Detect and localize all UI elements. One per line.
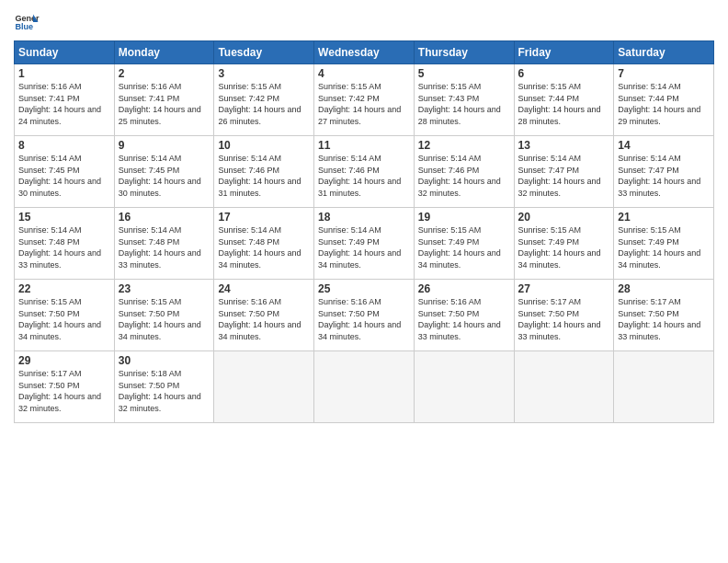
day-info: Sunrise: 5:14 AMSunset: 7:46 PMDaylight:… — [418, 153, 510, 199]
header-cell-sunday: Sunday — [15, 41, 115, 64]
calendar-cell: 18Sunrise: 5:14 AMSunset: 7:49 PMDayligh… — [314, 208, 415, 280]
calendar-cell: 3Sunrise: 5:15 AMSunset: 7:42 PMDaylight… — [214, 64, 314, 136]
day-info: Sunrise: 5:14 AMSunset: 7:48 PMDaylight:… — [119, 224, 210, 270]
calendar-week-2: 8Sunrise: 5:14 AMSunset: 7:45 PMDaylight… — [15, 136, 714, 208]
day-number: 27 — [518, 282, 610, 295]
day-number: 11 — [318, 139, 410, 152]
calendar-cell: 25Sunrise: 5:16 AMSunset: 7:50 PMDayligh… — [314, 280, 415, 351]
day-info: Sunrise: 5:14 AMSunset: 7:46 PMDaylight:… — [318, 153, 410, 199]
day-number: 15 — [18, 211, 110, 224]
day-number: 4 — [318, 67, 410, 80]
day-number: 21 — [618, 211, 710, 224]
calendar-cell: 23Sunrise: 5:15 AMSunset: 7:50 PMDayligh… — [114, 280, 214, 351]
day-info: Sunrise: 5:16 AMSunset: 7:50 PMDaylight:… — [218, 296, 310, 342]
day-number: 20 — [518, 211, 610, 224]
day-number: 6 — [518, 67, 610, 80]
day-number: 18 — [318, 211, 410, 224]
day-number: 9 — [119, 139, 210, 152]
calendar-cell: 10Sunrise: 5:14 AMSunset: 7:46 PMDayligh… — [214, 136, 314, 208]
header-cell-tuesday: Tuesday — [214, 41, 314, 64]
day-info: Sunrise: 5:16 AMSunset: 7:50 PMDaylight:… — [418, 296, 510, 342]
calendar-week-5: 29Sunrise: 5:17 AMSunset: 7:50 PMDayligh… — [15, 351, 714, 423]
day-info: Sunrise: 5:16 AMSunset: 7:41 PMDaylight:… — [18, 81, 110, 127]
day-info: Sunrise: 5:15 AMSunset: 7:50 PMDaylight:… — [18, 296, 110, 342]
calendar-cell — [214, 351, 314, 423]
calendar-table: SundayMondayTuesdayWednesdayThursdayFrid… — [14, 40, 714, 423]
calendar-cell: 5Sunrise: 5:15 AMSunset: 7:43 PMDaylight… — [414, 64, 514, 136]
calendar-cell: 21Sunrise: 5:15 AMSunset: 7:49 PMDayligh… — [614, 208, 714, 280]
day-info: Sunrise: 5:15 AMSunset: 7:49 PMDaylight:… — [518, 224, 610, 270]
calendar-cell: 26Sunrise: 5:16 AMSunset: 7:50 PMDayligh… — [414, 280, 514, 351]
header-cell-wednesday: Wednesday — [314, 41, 415, 64]
header-cell-thursday: Thursday — [414, 41, 514, 64]
day-info: Sunrise: 5:15 AMSunset: 7:43 PMDaylight:… — [418, 81, 510, 127]
header-cell-saturday: Saturday — [614, 41, 714, 64]
day-number: 24 — [218, 282, 310, 295]
calendar-cell: 19Sunrise: 5:15 AMSunset: 7:49 PMDayligh… — [414, 208, 514, 280]
calendar-cell: 15Sunrise: 5:14 AMSunset: 7:48 PMDayligh… — [15, 208, 115, 280]
day-number: 28 — [618, 282, 710, 295]
day-number: 26 — [418, 282, 510, 295]
day-info: Sunrise: 5:17 AMSunset: 7:50 PMDaylight:… — [618, 296, 710, 342]
day-number: 16 — [119, 211, 210, 224]
calendar-cell: 6Sunrise: 5:15 AMSunset: 7:44 PMDaylight… — [514, 64, 614, 136]
day-info: Sunrise: 5:16 AMSunset: 7:41 PMDaylight:… — [119, 81, 210, 127]
day-info: Sunrise: 5:16 AMSunset: 7:50 PMDaylight:… — [318, 296, 410, 342]
day-info: Sunrise: 5:14 AMSunset: 7:45 PMDaylight:… — [18, 153, 110, 199]
day-info: Sunrise: 5:14 AMSunset: 7:46 PMDaylight:… — [218, 153, 310, 199]
calendar-cell: 29Sunrise: 5:17 AMSunset: 7:50 PMDayligh… — [15, 351, 115, 423]
calendar-cell: 16Sunrise: 5:14 AMSunset: 7:48 PMDayligh… — [114, 208, 214, 280]
day-info: Sunrise: 5:14 AMSunset: 7:47 PMDaylight:… — [518, 153, 610, 199]
day-info: Sunrise: 5:15 AMSunset: 7:50 PMDaylight:… — [119, 296, 210, 342]
day-number: 29 — [18, 354, 110, 367]
day-number: 30 — [119, 354, 210, 367]
day-number: 10 — [218, 139, 310, 152]
calendar-cell: 1Sunrise: 5:16 AMSunset: 7:41 PMDaylight… — [15, 64, 115, 136]
header-cell-monday: Monday — [114, 41, 214, 64]
day-number: 7 — [618, 67, 710, 80]
calendar-cell: 9Sunrise: 5:14 AMSunset: 7:45 PMDaylight… — [114, 136, 214, 208]
header: General Blue — [14, 9, 714, 35]
calendar-week-1: 1Sunrise: 5:16 AMSunset: 7:41 PMDaylight… — [15, 64, 714, 136]
logo: General Blue — [14, 9, 40, 35]
day-number: 12 — [418, 139, 510, 152]
calendar-cell: 14Sunrise: 5:14 AMSunset: 7:47 PMDayligh… — [614, 136, 714, 208]
day-info: Sunrise: 5:14 AMSunset: 7:44 PMDaylight:… — [618, 81, 710, 127]
day-number: 13 — [518, 139, 610, 152]
day-info: Sunrise: 5:17 AMSunset: 7:50 PMDaylight:… — [518, 296, 610, 342]
day-info: Sunrise: 5:14 AMSunset: 7:47 PMDaylight:… — [618, 153, 710, 199]
day-info: Sunrise: 5:15 AMSunset: 7:42 PMDaylight:… — [218, 81, 310, 127]
calendar-cell: 30Sunrise: 5:18 AMSunset: 7:50 PMDayligh… — [114, 351, 214, 423]
day-number: 23 — [119, 282, 210, 295]
header-cell-friday: Friday — [514, 41, 614, 64]
day-info: Sunrise: 5:18 AMSunset: 7:50 PMDaylight:… — [119, 368, 210, 414]
day-number: 17 — [218, 211, 310, 224]
calendar-page: General Blue SundayMondayTuesdayWednesda… — [0, 0, 728, 563]
day-number: 8 — [18, 139, 110, 152]
calendar-cell: 22Sunrise: 5:15 AMSunset: 7:50 PMDayligh… — [15, 280, 115, 351]
day-info: Sunrise: 5:14 AMSunset: 7:49 PMDaylight:… — [318, 224, 410, 270]
calendar-cell — [314, 351, 415, 423]
calendar-cell: 13Sunrise: 5:14 AMSunset: 7:47 PMDayligh… — [514, 136, 614, 208]
day-info: Sunrise: 5:15 AMSunset: 7:49 PMDaylight:… — [618, 224, 710, 270]
day-number: 3 — [218, 67, 310, 80]
calendar-week-3: 15Sunrise: 5:14 AMSunset: 7:48 PMDayligh… — [15, 208, 714, 280]
calendar-cell: 12Sunrise: 5:14 AMSunset: 7:46 PMDayligh… — [414, 136, 514, 208]
svg-text:Blue: Blue — [15, 22, 33, 31]
day-info: Sunrise: 5:14 AMSunset: 7:45 PMDaylight:… — [119, 153, 210, 199]
calendar-cell — [514, 351, 614, 423]
calendar-cell — [414, 351, 514, 423]
day-number: 5 — [418, 67, 510, 80]
day-number: 19 — [418, 211, 510, 224]
day-number: 25 — [318, 282, 410, 295]
day-info: Sunrise: 5:15 AMSunset: 7:49 PMDaylight:… — [418, 224, 510, 270]
day-number: 22 — [18, 282, 110, 295]
calendar-cell: 11Sunrise: 5:14 AMSunset: 7:46 PMDayligh… — [314, 136, 415, 208]
day-info: Sunrise: 5:15 AMSunset: 7:44 PMDaylight:… — [518, 81, 610, 127]
calendar-cell: 7Sunrise: 5:14 AMSunset: 7:44 PMDaylight… — [614, 64, 714, 136]
calendar-cell: 8Sunrise: 5:14 AMSunset: 7:45 PMDaylight… — [15, 136, 115, 208]
calendar-cell: 2Sunrise: 5:16 AMSunset: 7:41 PMDaylight… — [114, 64, 214, 136]
day-number: 14 — [618, 139, 710, 152]
day-info: Sunrise: 5:17 AMSunset: 7:50 PMDaylight:… — [18, 368, 110, 414]
calendar-cell: 27Sunrise: 5:17 AMSunset: 7:50 PMDayligh… — [514, 280, 614, 351]
